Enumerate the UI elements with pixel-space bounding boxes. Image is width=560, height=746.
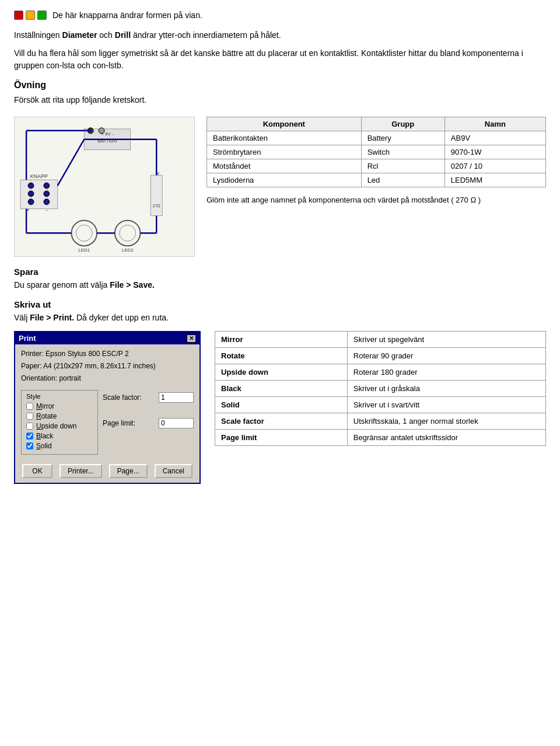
svg-point-12 xyxy=(44,191,50,197)
dialog-title: Print xyxy=(19,334,36,343)
minimize-btn-icon[interactable] xyxy=(26,11,35,20)
paper-label: Paper: xyxy=(21,362,41,370)
paragraph-diameter-drill: Inställningen Diameter och Drill ändrar … xyxy=(14,29,546,41)
skriva-text1: Välj xyxy=(14,313,30,322)
checkbox-row-mirror: Mirror xyxy=(26,402,93,410)
desc-term: Rotate xyxy=(215,348,348,364)
desc-table: MirrorSkriver ut spegelväntRotateRoterar… xyxy=(215,331,546,446)
desc-definition: Skriver ut spegelvänt xyxy=(347,332,545,348)
svg-point-9 xyxy=(28,191,34,197)
printer-value: Epson Stylus 800 ESC/P 2 xyxy=(46,350,129,358)
printer-label: Printer: xyxy=(21,350,44,358)
svg-point-11 xyxy=(44,183,50,189)
dialog-close-button[interactable]: ✕ xyxy=(187,334,196,343)
skriva-text2: Då dyker det upp en ruta. xyxy=(74,313,169,322)
table-cell: Led xyxy=(361,173,444,187)
desc-row: RotateRoterar 90 grader xyxy=(215,348,546,364)
note-text: Glöm inte att ange namnet på komponenter… xyxy=(206,194,546,206)
component-table: Komponent Grupp Namn BatterikontaktenBat… xyxy=(206,117,546,187)
spara-text: Du sparar genom att välja File > Save. xyxy=(14,279,546,291)
desc-term: Page limit xyxy=(215,430,348,446)
checkbox-label-rotate: Rotate xyxy=(36,412,57,420)
table-cell: Batterikontakten xyxy=(207,131,362,145)
table-cell: Strömbrytaren xyxy=(207,145,362,159)
svg-text:LED1: LED1 xyxy=(78,247,90,253)
svg-rect-17 xyxy=(150,175,162,215)
circuit-section: + 9V - BATTERI KNAPP + - xyxy=(14,117,546,259)
p1-prefix: Inställningen xyxy=(14,30,62,40)
printer-row: Printer: Epson Stylus 800 ESC/P 2 xyxy=(21,349,194,359)
scale-factor-input[interactable] xyxy=(159,392,194,403)
checkbox-row-upside-down: Upside down xyxy=(26,422,93,430)
table-cell: Rcl xyxy=(361,159,444,173)
table-row: LysdiodernaLedLED5MM xyxy=(207,173,546,187)
svg-text:KNAPP: KNAPP xyxy=(30,173,48,179)
svg-point-8 xyxy=(28,183,34,189)
scale-factor-label: Scale factor: xyxy=(103,393,155,402)
scale-factor-row: Scale factor: xyxy=(103,392,194,403)
ovning-text: Försök att rita upp följande kretskort. xyxy=(14,94,546,106)
circuit-svg: + 9V - BATTERI KNAPP + - xyxy=(14,117,195,257)
desc-definition: Roterar 180 grader xyxy=(347,364,545,381)
orientation-value: portrait xyxy=(59,374,80,382)
svg-text:LED2: LED2 xyxy=(122,247,134,253)
svg-point-5 xyxy=(99,128,104,134)
checkbox-label-upside-down: Upside down xyxy=(36,422,76,430)
dialog-buttons: OK Printer... Page... Cancel xyxy=(21,464,194,478)
table-row: MotståndetRcl0207 / 10 xyxy=(207,159,546,173)
checkbox-row-rotate: Rotate xyxy=(26,412,93,420)
desc-definition: Utskriftsskala, 1 anger normal storlek xyxy=(347,413,545,430)
desc-row: SolidSkriver ut i svart/vitt xyxy=(215,397,546,413)
checkbox-black[interactable] xyxy=(26,433,33,440)
paper-value: A4 (210x297 mm, 8.26x11.7 inches) xyxy=(43,362,156,370)
desc-definition: Roterar 90 grader xyxy=(347,348,545,364)
checkbox-label-black: Black xyxy=(36,432,53,440)
checkbox-mirror[interactable] xyxy=(26,403,33,410)
skriva-text: Välj File > Print. Då dyker det upp en r… xyxy=(14,312,546,324)
paper-row: Paper: A4 (210x297 mm, 8.26x11.7 inches) xyxy=(21,361,194,371)
desc-definition: Skriver ut i svart/vitt xyxy=(347,397,545,413)
desc-definition: Skriver ut i gråskala xyxy=(347,381,545,397)
col-header-grupp: Grupp xyxy=(361,117,444,131)
printer-button[interactable]: Printer... xyxy=(60,464,102,478)
ok-button[interactable]: OK xyxy=(22,464,52,478)
close-btn-icon[interactable] xyxy=(14,11,23,20)
maximize-btn-icon[interactable] xyxy=(37,11,47,20)
table-cell: Lysdioderna xyxy=(207,173,362,187)
skriva-bold: File > Print. xyxy=(30,313,74,322)
desc-row: Upside downRoterar 180 grader xyxy=(215,364,546,381)
checkbox-label-solid: Solid xyxy=(36,442,52,450)
spara-bold: File > Save. xyxy=(110,280,155,290)
p1-mid: och xyxy=(97,30,114,40)
checkbox-label-mirror: Mirror xyxy=(36,402,54,410)
checkboxes-container: MirrorRotateUpside downBlackSolid xyxy=(26,402,93,450)
dialog-title-bar: Print ✕ xyxy=(15,332,200,344)
page-limit-input[interactable] xyxy=(159,418,194,428)
desc-definition: Begränsar antalet utskriftssidor xyxy=(347,430,545,446)
desc-term: Upside down xyxy=(215,364,348,381)
spara-heading: Spara xyxy=(14,267,546,277)
desc-row: Scale factorUtskriftsskala, 1 anger norm… xyxy=(215,413,546,430)
table-cell: 9070-1W xyxy=(444,145,545,159)
table-cell: LED5MM xyxy=(444,173,545,187)
checkbox-row-black: Black xyxy=(26,432,93,440)
page-button[interactable]: Page... xyxy=(109,464,148,478)
checkbox-solid[interactable] xyxy=(26,442,33,449)
desc-term: Scale factor xyxy=(215,413,348,430)
col-header-namn: Namn xyxy=(444,117,545,131)
svg-point-13 xyxy=(44,199,50,205)
svg-text:-: - xyxy=(46,207,48,213)
table-row: StrömbrytarenSwitch9070-1W xyxy=(207,145,546,159)
print-dialog: Print ✕ Printer: Epson Stylus 800 ESC/P … xyxy=(14,331,201,484)
desc-table-section: MirrorSkriver ut spegelväntRotateRoterar… xyxy=(215,331,546,446)
checkbox-upside-down[interactable] xyxy=(26,423,33,430)
desc-row: MirrorSkriver ut spegelvänt xyxy=(215,332,546,348)
style-group: Style MirrorRotateUpside downBlackSolid xyxy=(21,390,98,455)
cancel-button[interactable]: Cancel xyxy=(155,464,192,478)
checkbox-rotate[interactable] xyxy=(26,413,33,420)
page-limit-row: Page limit: xyxy=(103,418,194,428)
title-bar: De här knapparna ändrar formen på vian. xyxy=(14,11,546,20)
desc-row: Page limitBegränsar antalet utskriftssid… xyxy=(215,430,546,446)
style-group-label: Style xyxy=(26,393,93,400)
checkbox-row-solid: Solid xyxy=(26,442,93,450)
